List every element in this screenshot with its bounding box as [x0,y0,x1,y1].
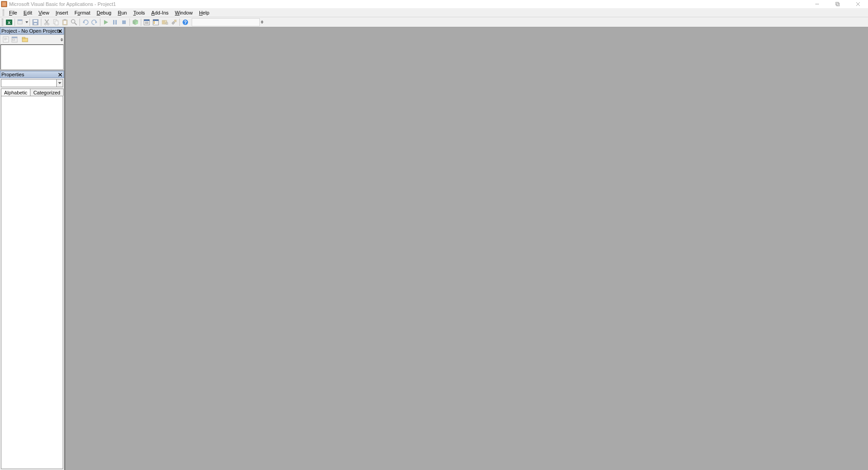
menu-help[interactable]: Help [196,9,213,16]
insert-userform-button[interactable] [16,18,25,27]
redo-button[interactable] [90,18,99,27]
view-excel-button[interactable]: X [5,18,14,27]
svg-point-24 [71,20,75,23]
svg-rect-41 [153,20,159,21]
properties-pane-titlebar[interactable]: Properties [0,71,64,78]
properties-tabs: Alphabetic Categorized [1,88,63,96]
project-pane-close-button[interactable] [57,28,63,34]
toggle-folders-button[interactable] [21,35,29,44]
menu-edit[interactable]: Edit [20,9,35,16]
break-button[interactable] [110,18,119,27]
menu-window[interactable]: Window [172,9,196,16]
project-toolbar-overflow[interactable] [60,35,63,44]
find-button[interactable] [69,18,79,27]
properties-window-button[interactable] [151,18,160,27]
project-toolbar [0,35,64,45]
paste-button[interactable] [60,18,69,27]
toolbar-separator [30,19,30,26]
svg-rect-55 [3,37,9,42]
svg-line-25 [74,23,77,25]
project-explorer-pane: Project - No Open Projects [0,27,64,71]
toolbar-separator [79,19,80,26]
svg-rect-42 [154,21,155,22]
copy-button[interactable] [51,18,60,27]
svg-text:?: ? [184,20,187,25]
view-code-button[interactable] [2,35,10,44]
toolbar-separator [129,19,130,26]
undo-button[interactable] [81,18,90,27]
minimize-button[interactable] [807,0,827,8]
reset-button[interactable] [119,18,129,27]
svg-rect-46 [162,20,164,24]
svg-rect-44 [154,23,155,24]
line-column-display [192,18,260,26]
object-browser-button[interactable] [160,18,169,27]
toolbar-separator [179,19,180,26]
svg-rect-10 [18,20,22,21]
svg-point-17 [45,23,46,25]
menubar-handle[interactable] [3,10,4,16]
project-explorer-button[interactable] [142,18,151,27]
svg-text:X: X [8,20,10,25]
svg-marker-11 [25,21,28,23]
menu-run[interactable]: Run [114,9,130,16]
window-controls [807,0,868,8]
svg-line-49 [168,24,168,25]
menu-debug[interactable]: Debug [94,9,114,16]
svg-marker-28 [104,20,108,25]
menu-insert[interactable]: Insert [52,9,71,16]
svg-rect-50 [174,20,176,22]
titlebar: Microsoft Visual Basic for Applications … [0,0,868,8]
toolbar-separator [100,19,100,26]
svg-rect-14 [34,23,37,25]
project-pane-titlebar[interactable]: Project - No Open Projects [0,27,64,35]
dropdown-arrow-icon [56,79,63,87]
toolbar-separator [141,19,141,26]
svg-rect-30 [115,20,117,25]
svg-point-18 [47,23,49,25]
properties-grid[interactable] [1,96,63,469]
svg-rect-20 [55,21,58,25]
menu-view[interactable]: View [35,9,53,16]
svg-rect-36 [144,20,149,21]
mdi-client-area [64,27,868,470]
toolbar-overflow[interactable] [261,18,263,27]
menu-format[interactable]: Format [71,9,94,16]
toolbox-button[interactable] [169,18,179,27]
properties-pane-title: Properties [1,72,24,77]
window-title: Microsoft Visual Basic for Applications … [9,1,116,7]
view-object-button[interactable] [10,35,19,44]
tab-alphabetic[interactable]: Alphabetic [1,89,30,96]
toolbar-handle[interactable] [2,19,3,26]
svg-rect-43 [155,21,158,22]
vba-app-icon [1,1,7,7]
menu-tools[interactable]: Tools [130,9,148,16]
cut-button[interactable] [42,18,51,27]
tab-categorized[interactable]: Categorized [30,89,63,96]
project-tree[interactable] [0,45,64,70]
toolbar-separator [15,19,15,26]
close-button[interactable] [848,0,868,8]
menubar: File Edit View Insert Format Debug Run T… [0,8,868,17]
save-button[interactable] [31,18,40,27]
svg-marker-66 [58,82,61,84]
properties-object-dropdown[interactable] [1,79,63,87]
insert-dropdown-arrow[interactable] [25,18,29,27]
workspace: Project - No Open Projects [0,27,868,470]
svg-rect-1 [2,2,6,6]
svg-rect-4 [837,3,839,6]
svg-rect-63 [22,37,25,39]
menu-file[interactable]: File [6,9,20,16]
menu-addins[interactable]: Add-Ins [148,9,172,16]
left-sidebar: Project - No Open Projects [0,27,64,470]
run-button[interactable] [101,18,110,27]
svg-rect-22 [64,19,66,20]
help-button[interactable]: ? [181,18,190,27]
standard-toolbar: X [0,17,868,27]
properties-pane-close-button[interactable] [57,71,63,78]
maximize-button[interactable] [827,0,848,8]
svg-rect-29 [113,20,114,25]
toolbar-separator [41,19,41,26]
design-mode-button[interactable] [131,18,140,27]
svg-rect-45 [155,23,158,24]
